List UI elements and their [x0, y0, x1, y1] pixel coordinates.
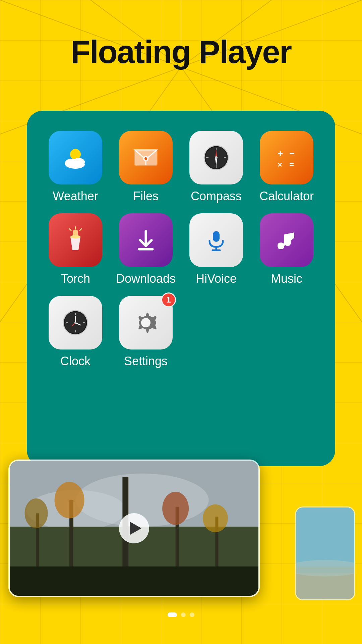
video-player-2[interactable] [295, 506, 355, 600]
svg-rect-70 [10, 567, 258, 596]
downloads-icon [119, 213, 173, 267]
app-item-weather[interactable]: Weather [44, 131, 107, 203]
dot-indicator [168, 612, 194, 617]
svg-text:×: × [278, 160, 282, 169]
svg-line-37 [80, 229, 81, 230]
clock-icon [49, 296, 102, 350]
compass-label: Compass [191, 189, 242, 203]
svg-point-69 [203, 504, 228, 532]
app-item-clock[interactable]: Clock [44, 296, 107, 368]
calculator-label: Calculator [259, 189, 314, 203]
downloads-label: Downloads [116, 272, 176, 286]
video-background-2 [296, 507, 354, 599]
app-item-music[interactable]: Music [255, 213, 318, 286]
svg-point-12 [66, 160, 85, 169]
app-item-files[interactable]: Files [114, 131, 178, 203]
svg-text:−: − [289, 148, 295, 159]
apps-container: Weather Files [27, 111, 335, 466]
svg-rect-73 [296, 573, 354, 599]
app-item-settings[interactable]: 1 Settings [114, 296, 178, 368]
svg-point-17 [144, 157, 147, 160]
svg-marker-33 [70, 237, 80, 250]
page-title: Floating Player [0, 34, 362, 70]
app-item-compass[interactable]: Compass [184, 131, 248, 203]
clock-label: Clock [60, 354, 90, 368]
dot-2 [181, 612, 186, 617]
video-background [10, 461, 258, 596]
hivoice-label: HiVoice [196, 272, 237, 286]
torch-label: Torch [61, 272, 90, 286]
svg-point-56 [141, 318, 150, 327]
settings-badge: 1 [161, 292, 176, 307]
svg-point-67 [162, 492, 189, 525]
files-label: Files [133, 189, 159, 203]
svg-line-36 [69, 229, 71, 230]
calculator-icon: + − × = [260, 131, 313, 184]
svg-point-66 [55, 482, 84, 518]
svg-point-34 [70, 235, 80, 238]
svg-point-27 [215, 156, 218, 159]
svg-point-74 [296, 560, 354, 577]
app-item-hivoice[interactable]: HiVoice [184, 213, 248, 286]
svg-text:=: = [289, 160, 294, 169]
play-button[interactable] [119, 513, 149, 543]
compass-icon [189, 131, 243, 184]
weather-label: Weather [53, 189, 98, 203]
music-icon [260, 213, 313, 267]
dot-3 [190, 612, 194, 617]
svg-point-54 [74, 322, 76, 324]
hivoice-icon [189, 213, 243, 267]
apps-grid: Weather Files [44, 131, 318, 368]
play-triangle-icon [130, 522, 141, 535]
music-label: Music [271, 272, 302, 286]
app-item-downloads[interactable]: Downloads [114, 213, 178, 286]
weather-icon [49, 131, 102, 184]
svg-text:+: + [278, 148, 283, 159]
torch-icon [49, 213, 102, 267]
app-item-torch[interactable]: Torch [44, 213, 107, 286]
files-icon [119, 131, 173, 184]
app-item-calculator[interactable]: + − × = Calculator [255, 131, 318, 203]
svg-point-68 [25, 498, 48, 528]
video-player-1[interactable] [8, 460, 260, 597]
dot-1 [168, 612, 177, 617]
settings-icon: 1 [119, 296, 173, 350]
settings-label: Settings [124, 354, 168, 368]
svg-rect-42 [213, 231, 220, 242]
